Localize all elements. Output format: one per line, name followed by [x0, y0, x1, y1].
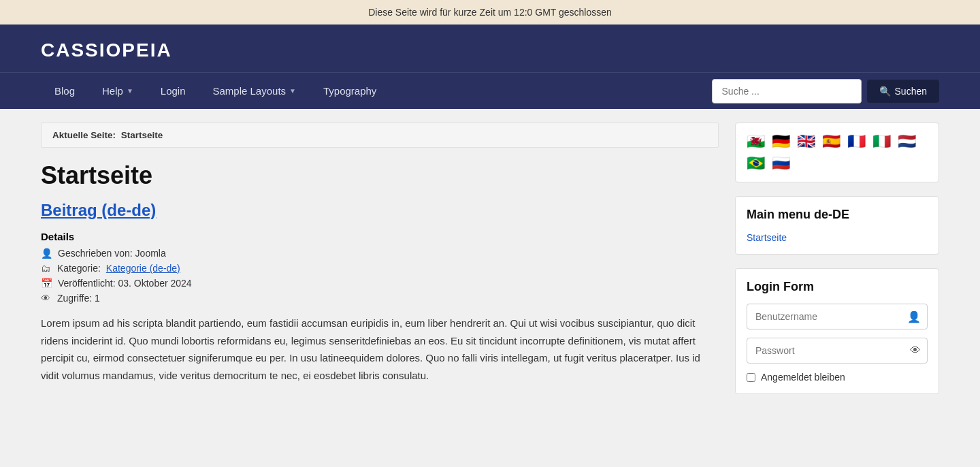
page-title: Startseite: [41, 161, 719, 190]
views-icon: 👁: [41, 293, 52, 304]
help-dropdown-arrow: ▼: [127, 87, 133, 95]
calendar-icon: 📅: [41, 278, 52, 289]
site-logo[interactable]: CASSIOPEIA: [41, 25, 172, 72]
nav-item-blog[interactable]: Blog: [41, 73, 88, 109]
nav-item-login[interactable]: Login: [147, 73, 199, 109]
main-menu-title: Main menu de-DE: [747, 208, 928, 222]
announcement-text: Diese Seite wird für kurze Zeit um 12:0 …: [368, 7, 612, 18]
remember-checkbox[interactable]: [747, 373, 755, 382]
announcement-bar: Diese Seite wird für kurze Zeit um 12:0 …: [0, 0, 980, 25]
main-menu-widget: Main menu de-DE Startseite: [735, 196, 939, 255]
views-label: Zugriffe: 1: [57, 293, 100, 304]
content-area: Aktuelle Seite: Startseite Startseite Be…: [41, 123, 719, 408]
flags-row: 🏴󠁧󠁢󠁷󠁬󠁳󠁿 🇩🇪 🇬🇧 🇪🇸 🇫🇷 🇮🇹 🇳🇱 🇧🇷 🇷🇺: [747, 134, 928, 171]
nav-items: Blog Help ▼ Login Sample Layouts ▼ Typog…: [41, 73, 712, 109]
flag-russian[interactable]: 🇷🇺: [772, 156, 790, 171]
nav-item-help[interactable]: Help ▼: [88, 73, 147, 109]
flag-dutch[interactable]: 🇳🇱: [898, 134, 916, 149]
search-icon: 🔍: [879, 86, 891, 97]
category-link[interactable]: Kategorie (de-de): [106, 263, 180, 274]
flag-british[interactable]: 🇬🇧: [797, 134, 815, 149]
flag-italian[interactable]: 🇮🇹: [872, 134, 891, 149]
search-button[interactable]: 🔍 Suchen: [867, 80, 939, 103]
sample-layouts-dropdown-arrow: ▼: [289, 87, 296, 95]
category-icon: 🗂: [41, 263, 52, 274]
username-field-wrap: 👤: [747, 304, 928, 329]
search-input[interactable]: [712, 79, 862, 103]
author-icon: 👤: [41, 248, 52, 259]
site-header: CASSIOPEIA: [0, 25, 980, 72]
nav-item-sample-layouts[interactable]: Sample Layouts ▼: [199, 73, 310, 109]
category-row: 🗂 Kategorie: Kategorie (de-de): [41, 263, 719, 274]
menu-item-startseite[interactable]: Startseite: [747, 232, 787, 243]
login-form-title: Login Form: [747, 280, 928, 294]
flag-welsh[interactable]: 🏴󠁧󠁢󠁷󠁬󠁳󠁿: [747, 134, 765, 149]
main-container: Aktuelle Seite: Startseite Startseite Be…: [20, 123, 960, 408]
flag-german[interactable]: 🇩🇪: [772, 134, 790, 149]
published-row: 📅 Veröffentlicht: 03. Oktober 2024: [41, 278, 719, 289]
author-label: Geschrieben von: Joomla: [58, 248, 166, 259]
details-title: Details: [41, 231, 719, 242]
views-row: 👁 Zugriffe: 1: [41, 293, 719, 304]
remember-row: Angemeldet bleiben: [747, 372, 928, 383]
nav-bar: Blog Help ▼ Login Sample Layouts ▼ Typog…: [0, 72, 980, 109]
username-field[interactable]: [747, 304, 928, 329]
flag-brazilian[interactable]: 🇧🇷: [747, 156, 765, 171]
eye-icon[interactable]: 👁: [910, 344, 921, 357]
breadcrumb-current: Startseite: [121, 130, 163, 140]
user-icon: 👤: [907, 310, 921, 323]
login-form-widget: Login Form 👤 👁 Angemeldet bleiben: [735, 268, 939, 394]
author-row: 👤 Geschrieben von: Joomla: [41, 248, 719, 259]
password-field[interactable]: [747, 338, 928, 364]
flag-french[interactable]: 🇫🇷: [847, 134, 866, 149]
article-body: Lorem ipsum ad his scripta blandit parti…: [41, 315, 719, 384]
remember-label: Angemeldet bleiben: [761, 372, 845, 383]
breadcrumb: Aktuelle Seite: Startseite: [41, 123, 719, 148]
nav-search: 🔍 Suchen: [712, 79, 939, 103]
flags-widget: 🏴󠁧󠁢󠁷󠁬󠁳󠁿 🇩🇪 🇬🇧 🇪🇸 🇫🇷 🇮🇹 🇳🇱 🇧🇷 🇷🇺: [735, 123, 939, 182]
published-label: Veröffentlicht: 03. Oktober 2024: [58, 278, 192, 289]
sidebar: 🏴󠁧󠁢󠁷󠁬󠁳󠁿 🇩🇪 🇬🇧 🇪🇸 🇫🇷 🇮🇹 🇳🇱 🇧🇷 🇷🇺 Main men…: [735, 123, 939, 408]
breadcrumb-label: Aktuelle Seite:: [52, 130, 116, 140]
category-label: Kategorie:: [57, 263, 101, 274]
article-link[interactable]: Beitrag (de-de): [41, 201, 719, 220]
flag-spanish[interactable]: 🇪🇸: [822, 134, 840, 149]
password-field-wrap: 👁: [747, 338, 928, 364]
article-details: Details 👤 Geschrieben von: Joomla 🗂 Kate…: [41, 231, 719, 304]
nav-item-typography[interactable]: Typography: [310, 73, 390, 109]
